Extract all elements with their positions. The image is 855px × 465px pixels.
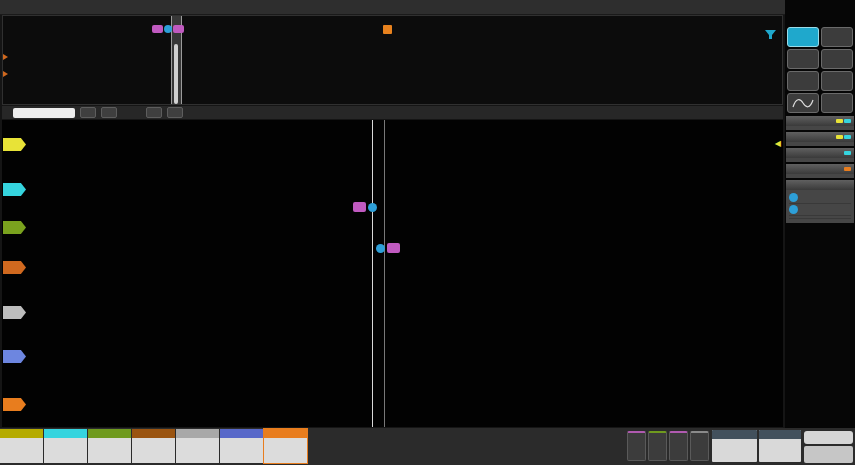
horizontal-value	[712, 439, 757, 443]
h-zoom-reset-button[interactable]	[101, 107, 117, 118]
add-new-math-button[interactable]	[627, 431, 646, 461]
meas1-source-chips	[835, 119, 851, 123]
overview-waveform-canvas	[3, 16, 782, 104]
app-window: ◀	[0, 0, 855, 465]
channel-reference-arrow-icon	[3, 54, 8, 60]
acquisition-overview	[2, 15, 783, 105]
waveform-tool-button[interactable]	[787, 93, 819, 113]
cursor-delta-v	[789, 219, 851, 221]
cursor-a-flag[interactable]	[368, 203, 377, 212]
trend4-badge-title	[132, 429, 175, 438]
math1-badge[interactable]	[264, 429, 307, 463]
cursor-b-line[interactable]	[384, 120, 385, 427]
meas4-badge[interactable]	[786, 164, 854, 178]
funnel-icon[interactable]	[765, 30, 776, 40]
meas3-source-chips	[835, 135, 851, 139]
trend1-badge[interactable]	[88, 429, 131, 463]
search-button[interactable]	[821, 49, 853, 69]
ch2-badge[interactable]	[44, 429, 87, 463]
cursor-b-readout	[789, 204, 851, 216]
settings-bar	[0, 428, 855, 465]
cursors-badge[interactable]	[786, 180, 854, 223]
marker-flag-t1[interactable]	[353, 202, 366, 212]
measure-button[interactable]	[787, 49, 819, 69]
h-zoom-step-buttons[interactable]	[80, 107, 96, 118]
acquisition-title	[759, 430, 801, 439]
zoom-window-handle[interactable]	[174, 44, 178, 104]
acquisition-badge[interactable]	[759, 430, 801, 462]
results-sidebar	[785, 0, 855, 428]
trigger-position-flag[interactable]	[383, 25, 392, 34]
horizontal-title	[712, 430, 757, 439]
cursor-b-flag[interactable]	[376, 244, 385, 253]
results-panels	[785, 116, 855, 225]
results-table-button[interactable]	[787, 71, 819, 91]
zoom-toolbar	[2, 106, 783, 119]
cursor-a-line[interactable]	[372, 120, 373, 427]
add-new-scope-button[interactable]	[690, 431, 709, 461]
menu-bar	[0, 0, 785, 15]
v-zoom-step-buttons[interactable]	[146, 107, 162, 118]
datetime-display	[804, 446, 853, 463]
v-zoom-reset-button[interactable]	[167, 107, 183, 118]
ch1-badge[interactable]	[0, 429, 43, 463]
ref2-badge[interactable]	[220, 429, 263, 463]
waveform-view[interactable]: ◀	[2, 120, 783, 427]
overview-marker-t1[interactable]	[152, 25, 163, 33]
ch2-badge-title	[44, 429, 87, 438]
ref2-badge-title	[220, 429, 263, 438]
horizontal-badge[interactable]	[712, 430, 757, 462]
cursor-a-icon	[789, 193, 798, 202]
waveform-squiggle-icon	[791, 96, 815, 110]
trend1-badge-title	[88, 429, 131, 438]
callout-button[interactable]	[821, 27, 853, 47]
more-button[interactable]	[821, 93, 853, 113]
offline-button[interactable]	[804, 431, 853, 444]
ref1-badge[interactable]	[176, 429, 219, 463]
overview-marker-t4[interactable]	[173, 25, 184, 33]
h-zoom-scale-input[interactable]	[13, 108, 75, 118]
math1-badge-title	[264, 429, 307, 438]
overview-marker-a[interactable]	[164, 25, 172, 33]
trigger-level-arrow-icon[interactable]: ◀	[775, 139, 781, 148]
meas3-badge[interactable]	[786, 132, 854, 146]
acquisition-value	[759, 439, 801, 443]
meas2-source-chips	[843, 151, 851, 155]
plot-button[interactable]	[821, 71, 853, 91]
cursor-a-readout	[789, 192, 851, 204]
marker-flag-t4[interactable]	[387, 243, 400, 253]
ch1-badge-title	[0, 429, 43, 438]
cursor-b-icon	[789, 205, 798, 214]
cursors-button[interactable]	[787, 27, 819, 47]
add-new-bus-button[interactable]	[669, 431, 688, 461]
trend4-badge[interactable]	[132, 429, 175, 463]
ref1-badge-title	[176, 429, 219, 438]
channel-reference-arrow-icon	[3, 71, 8, 77]
meas4-source-chips	[843, 167, 851, 171]
add-new-ref-button[interactable]	[648, 431, 667, 461]
meas2-badge[interactable]	[786, 148, 854, 162]
meas1-badge[interactable]	[786, 116, 854, 130]
waveform-canvas	[2, 120, 783, 427]
